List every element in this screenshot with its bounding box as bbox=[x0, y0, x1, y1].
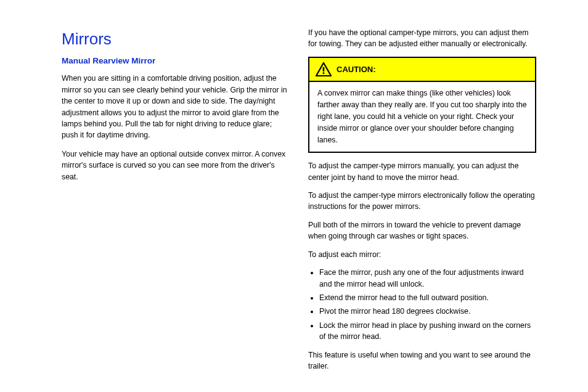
body-paragraph: When you are sitting in a comfortable dr… bbox=[62, 73, 290, 141]
instruction-list: Face the mirror, push any one of the fou… bbox=[319, 267, 536, 343]
svg-rect-1 bbox=[323, 72, 325, 74]
list-item: Face the mirror, push any one of the fou… bbox=[319, 267, 536, 290]
list-item: Pivot the mirror head 180 degrees clockw… bbox=[319, 306, 536, 317]
body-paragraph: Pull both of the mirrors in toward the v… bbox=[308, 219, 536, 242]
subsection-heading: Manual Rearview Mirror bbox=[62, 55, 290, 67]
body-paragraph: To adjust the camper-type mirrors electr… bbox=[308, 190, 536, 213]
caution-callout: CAUTION: A convex mirror can make things… bbox=[308, 57, 536, 153]
list-item: Lock the mirror head in place by pushing… bbox=[319, 320, 536, 343]
warning-triangle-icon bbox=[316, 62, 332, 76]
list-intro: To adjust each mirror: bbox=[308, 249, 536, 260]
body-paragraph: If you have the optional camper-type mir… bbox=[308, 27, 536, 50]
section-heading: Mirrors bbox=[62, 27, 290, 51]
list-item: Extend the mirror head to the full outwa… bbox=[319, 292, 536, 303]
svg-rect-0 bbox=[323, 67, 325, 71]
body-paragraph: To adjust the camper-type mirrors manual… bbox=[308, 160, 536, 183]
caution-header: CAUTION: bbox=[309, 58, 535, 82]
caution-body-text: A convex mirror can make things (like ot… bbox=[309, 82, 535, 152]
caution-title: CAUTION: bbox=[337, 63, 376, 76]
body-paragraph: This feature is useful when towing and y… bbox=[308, 349, 536, 372]
body-paragraph: Your vehicle may have an optional outsid… bbox=[62, 149, 290, 182]
